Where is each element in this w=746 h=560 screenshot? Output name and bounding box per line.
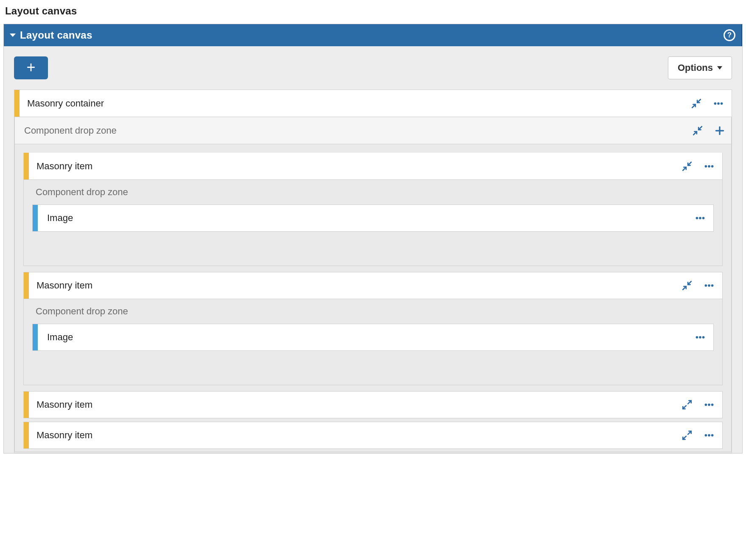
item-dropzone-body: Component drop zone Image xyxy=(23,299,723,385)
panel-body: + Options Masonry container xyxy=(4,46,742,453)
svg-point-20 xyxy=(708,284,710,287)
element-color-bar xyxy=(33,205,38,231)
tree-row-image[interactable]: Image xyxy=(32,324,714,351)
svg-point-23 xyxy=(699,336,701,339)
page-title: Layout canvas xyxy=(5,5,743,17)
outer-dropzone-body: Masonry item xyxy=(14,144,732,452)
svg-point-21 xyxy=(711,284,714,287)
svg-point-32 xyxy=(705,434,707,437)
tree-row-masonry-item[interactable]: Masonry item xyxy=(23,391,723,418)
options-label: Options xyxy=(678,62,713,73)
layout-canvas-panel: Layout canvas ? + Options Mason xyxy=(3,24,743,454)
expand-icon[interactable] xyxy=(680,398,694,412)
tree-row-image[interactable]: Image xyxy=(32,204,714,232)
plus-icon: + xyxy=(26,60,35,75)
svg-point-22 xyxy=(696,336,698,339)
outer-dropzone-header[interactable]: Component drop zone xyxy=(14,117,732,144)
tree-row-masonry-item[interactable]: Masonry item xyxy=(23,272,723,299)
svg-point-19 xyxy=(705,284,707,287)
svg-point-29 xyxy=(711,403,714,406)
svg-point-12 xyxy=(708,165,710,168)
dropzone-label: Component drop zone xyxy=(24,125,117,136)
more-icon[interactable] xyxy=(702,278,716,293)
row-label: Masonry container xyxy=(27,98,104,109)
row-label: Masonry item xyxy=(36,280,93,291)
svg-point-16 xyxy=(702,217,705,219)
svg-point-28 xyxy=(708,403,710,406)
collapse-icon[interactable] xyxy=(680,278,694,293)
panel-header: Layout canvas ? xyxy=(4,24,742,46)
svg-point-27 xyxy=(705,403,707,406)
more-icon[interactable] xyxy=(693,211,707,225)
more-icon[interactable] xyxy=(693,330,707,344)
svg-point-11 xyxy=(705,165,707,168)
inner-dropzone-header[interactable]: Component drop zone xyxy=(32,180,714,204)
panel-collapse-caret-icon[interactable] xyxy=(10,34,16,37)
component-color-bar xyxy=(24,422,29,448)
row-label: Image xyxy=(47,332,73,343)
svg-point-13 xyxy=(711,165,714,168)
more-icon[interactable] xyxy=(711,96,726,111)
component-color-bar xyxy=(14,90,20,117)
more-icon[interactable] xyxy=(702,398,716,412)
item-dropzone-body: Component drop zone Image xyxy=(23,180,723,266)
add-icon[interactable] xyxy=(712,123,727,138)
options-dropdown-button[interactable]: Options xyxy=(668,56,732,79)
row-label: Masonry item xyxy=(36,430,93,441)
component-color-bar xyxy=(24,272,29,299)
canvas-tree: Masonry container xyxy=(14,90,732,453)
component-color-bar xyxy=(24,392,29,418)
svg-point-2 xyxy=(714,102,717,105)
svg-point-24 xyxy=(702,336,705,339)
tree-row-masonry-container[interactable]: Masonry container xyxy=(14,90,732,117)
row-label: Masonry item xyxy=(36,399,93,410)
svg-point-14 xyxy=(696,217,698,219)
inner-dropzone-header[interactable]: Component drop zone xyxy=(32,299,714,324)
svg-point-33 xyxy=(708,434,710,437)
collapse-icon[interactable] xyxy=(680,159,694,174)
dropzone-label: Component drop zone xyxy=(36,187,128,198)
component-color-bar xyxy=(24,153,29,179)
collapse-icon[interactable] xyxy=(689,96,704,111)
caret-down-icon xyxy=(717,66,722,70)
dropzone-label: Component drop zone xyxy=(36,306,128,317)
more-icon[interactable] xyxy=(702,428,716,442)
tree-row-masonry-item[interactable]: Masonry item xyxy=(23,153,723,180)
row-label: Masonry item xyxy=(36,161,93,172)
add-element-button[interactable]: + xyxy=(14,56,48,79)
expand-icon[interactable] xyxy=(680,428,694,442)
svg-point-15 xyxy=(699,217,701,219)
row-label: Image xyxy=(47,213,73,224)
tree-row-masonry-item[interactable]: Masonry item xyxy=(23,422,723,449)
svg-point-4 xyxy=(721,102,723,105)
svg-point-34 xyxy=(711,434,714,437)
element-color-bar xyxy=(33,324,38,350)
canvas-toolbar: + Options xyxy=(14,56,732,79)
panel-title: Layout canvas xyxy=(20,29,93,41)
svg-point-3 xyxy=(717,102,720,105)
collapse-icon[interactable] xyxy=(690,123,705,138)
help-icon[interactable]: ? xyxy=(724,29,735,41)
more-icon[interactable] xyxy=(702,159,716,174)
